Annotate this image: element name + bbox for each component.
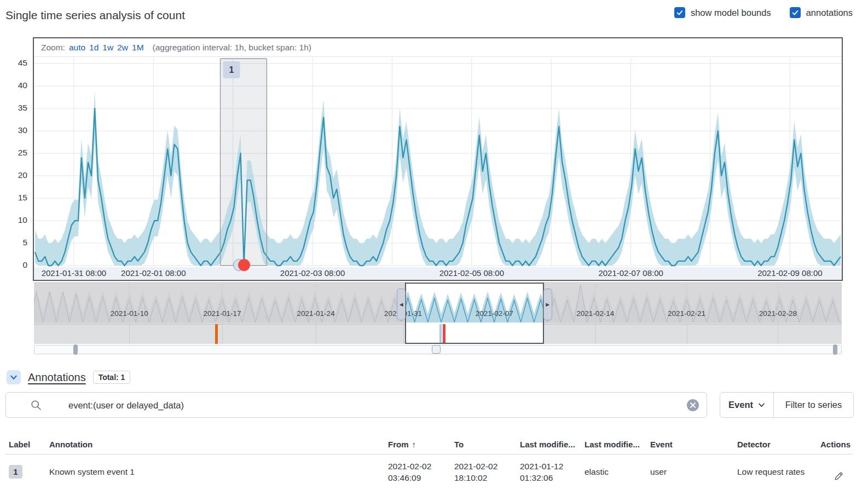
navigator-tick-label: 2021-02-28 — [759, 309, 797, 318]
y-axis-tick-label: 15 — [0, 193, 27, 203]
event-dropdown-label: Event — [728, 400, 753, 410]
zoom-link-1d[interactable]: 1d — [89, 43, 99, 53]
annotations-heading[interactable]: Annotations — [28, 371, 86, 384]
zoom-link-1M[interactable]: 1M — [132, 43, 144, 53]
checkbox-checked-icon — [674, 7, 685, 18]
zoom-link-2w[interactable]: 2w — [117, 43, 128, 53]
header-to[interactable]: To — [454, 440, 520, 449]
y-axis-tick-label: 5 — [0, 238, 27, 248]
y-axis-tick-label: 20 — [0, 170, 27, 180]
anomaly-marker[interactable] — [238, 259, 250, 271]
y-axis-tick-label: 40 — [0, 80, 27, 90]
header-last-modified-date[interactable]: Last modifie... — [520, 440, 585, 449]
lane-separator — [129, 325, 130, 344]
zoom-controls: Zoom: auto 1d 1w 2w 1M (aggregation inte… — [34, 38, 842, 57]
annotations-checkbox[interactable]: annotations — [790, 7, 853, 18]
header-detector[interactable]: Detector — [737, 440, 820, 449]
navigator-left-handle[interactable]: ◀ — [397, 289, 406, 320]
cell-event: user — [650, 466, 737, 477]
svg-text:1: 1 — [229, 65, 234, 74]
lane-separator — [595, 325, 596, 344]
show-model-bounds-label: show model bounds — [691, 8, 771, 18]
zoom-link-auto[interactable]: auto — [69, 43, 85, 53]
x-axis: 2021-01-31 08:002021-02-01 08:002021-02-… — [34, 267, 842, 279]
x-axis-tick-label: 2021-02-07 08:00 — [598, 268, 663, 278]
show-model-bounds-checkbox[interactable]: show model bounds — [674, 7, 771, 18]
chevron-down-icon — [10, 373, 18, 381]
table-header-row: Label Annotation From ↑ To Last modifie.… — [5, 434, 853, 454]
main-chart-panel: Zoom: auto 1d 1w 2w 1M (aggregation inte… — [33, 37, 843, 281]
zoom-link-1w[interactable]: 1w — [102, 43, 113, 53]
navigator-right-handle[interactable]: ▶ — [543, 289, 552, 320]
edit-annotation-icon[interactable] — [834, 459, 844, 484]
clear-search-icon[interactable] — [687, 399, 699, 411]
single-metric-viewer: Single time series analysis of count sho… — [0, 0, 868, 495]
navigator-selection[interactable] — [405, 283, 544, 344]
header-last-modified-by[interactable]: Last modifie... — [585, 440, 650, 449]
lane-separator — [778, 325, 778, 344]
navigator-tick-label: 2021-02-14 — [576, 309, 614, 318]
lane-separator — [403, 325, 404, 344]
annotations-section-header: Annotations Total: 1 — [7, 370, 130, 384]
lane-separator — [222, 325, 223, 344]
annotation-tick-mark — [215, 324, 218, 344]
annotations-search — [5, 392, 707, 418]
navigator-scroll-thumb[interactable] — [432, 345, 441, 354]
x-axis-tick-label: 2021-02-03 08:00 — [280, 268, 345, 278]
cell-label: 1 — [9, 465, 49, 479]
header-event[interactable]: Event — [650, 440, 737, 449]
navigator-tick-label: 2021-01-17 — [203, 309, 241, 318]
cell-annotation: Known system event 1 — [49, 466, 388, 477]
search-icon — [31, 400, 42, 413]
header-controls: show model bounds annotations — [674, 7, 853, 18]
zoom-label: Zoom: — [41, 43, 65, 53]
checkbox-checked-icon — [790, 7, 801, 18]
table-row: 1 Known system event 1 2021-02-02 03:46:… — [5, 454, 853, 490]
filter-button-group: Event Filter to series — [720, 392, 854, 418]
annotations-label: annotations — [806, 8, 853, 18]
cell-last-modified-date: 2021-01-12 01:32:06 — [520, 461, 585, 484]
chevron-left-icon: ◀ — [400, 302, 403, 307]
x-axis-tick-label: 2021-02-09 08:00 — [757, 268, 822, 278]
filter-to-series-button[interactable]: Filter to series — [774, 393, 853, 417]
cell-last-modified-by: elastic — [585, 466, 650, 477]
aggregation-interval-label: (aggregation interval: 1h, bucket span: … — [153, 43, 311, 53]
cell-from: 2021-02-02 03:46:09 — [388, 461, 454, 484]
navigator-tick-label: 2021-01-24 — [297, 309, 335, 318]
cell-actions — [820, 459, 849, 484]
lane-separator — [687, 325, 687, 344]
x-axis-tick-label: 2021-02-01 08:00 — [121, 268, 186, 278]
main-chart[interactable]: 1 — [34, 57, 842, 267]
cell-to: 2021-02-02 18:10:02 — [454, 461, 520, 484]
page-title: Single time series analysis of count — [5, 9, 185, 22]
chevron-down-icon — [758, 401, 765, 408]
header-annotation[interactable]: Annotation — [49, 440, 388, 449]
cell-detector: Low request rates — [737, 466, 820, 477]
collapse-annotations-button[interactable] — [7, 370, 21, 384]
y-axis-tick-label: 30 — [0, 125, 27, 135]
y-axis-tick-label: 35 — [0, 103, 27, 113]
x-axis-tick-label: 2021-02-05 08:00 — [439, 268, 504, 278]
navigator-tick-label: 2021-02-21 — [668, 309, 705, 318]
total-badge: Total: 1 — [93, 371, 131, 384]
y-axis-tick-label: 25 — [0, 148, 27, 158]
x-axis-tick-label: 2021-01-31 08:00 — [42, 268, 106, 278]
range-pill-right[interactable] — [833, 344, 837, 355]
header-label[interactable]: Label — [9, 440, 49, 449]
header-actions: Actions — [820, 440, 850, 449]
chevron-right-icon: ▶ — [546, 302, 549, 307]
y-axis-tick-label: 10 — [0, 215, 27, 225]
sort-ascending-icon: ↑ — [412, 440, 416, 449]
range-pill-left[interactable] — [73, 344, 78, 355]
annotation-label-badge: 1 — [9, 465, 22, 479]
header-from[interactable]: From ↑ — [388, 440, 454, 449]
event-filter-dropdown[interactable]: Event — [720, 393, 774, 417]
search-input[interactable] — [67, 393, 672, 418]
y-axis-tick-label: 45 — [0, 58, 27, 68]
y-axis-tick-label: 0 — [0, 260, 27, 270]
navigator-tick-label: 2021-01-10 — [111, 309, 148, 318]
annotations-table: Label Annotation From ↑ To Last modifie.… — [5, 434, 853, 490]
lane-separator — [316, 325, 316, 344]
